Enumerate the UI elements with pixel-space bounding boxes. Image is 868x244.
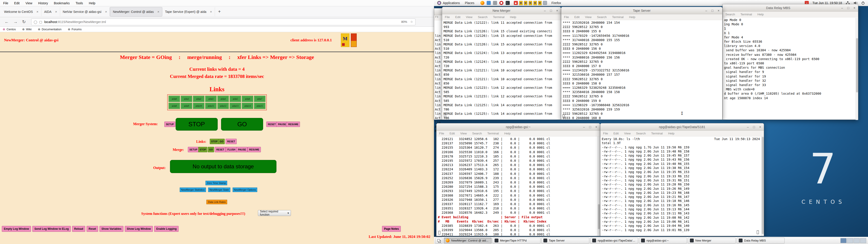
merge-flush-button[interactable]: FLUSH <box>226 147 237 152</box>
menu-item[interactable]: Search <box>472 132 482 135</box>
menu-item[interactable]: Help <box>504 132 510 135</box>
bookmark-item[interactable]: ⊕ Wiki <box>22 28 31 31</box>
merge-stop-button[interactable]: STOP <box>198 147 207 152</box>
browser-menu-item[interactable]: View <box>26 1 32 5</box>
menu-item[interactable]: Search <box>636 132 646 135</box>
menu-item[interactable]: Edit <box>575 16 580 19</box>
log-button[interactable]: Reload <box>72 226 85 232</box>
midas-launcher-icon-5[interactable]: M <box>538 1 541 5</box>
merge-reset-button[interactable]: RESET <box>215 147 226 152</box>
data-relay-titlebar[interactable]: Data Relay MBS – □ × <box>723 4 858 11</box>
back-icon[interactable]: ← <box>4 20 9 24</box>
close-icon[interactable]: × <box>759 125 761 129</box>
midas-launcher-icon-1[interactable]: M <box>519 1 523 5</box>
midas-launcher-icon-3[interactable]: M <box>529 1 532 5</box>
close-icon[interactable]: × <box>556 9 558 12</box>
log-button[interactable]: Send Log Window to ELog <box>32 226 71 232</box>
menu-item[interactable]: Help <box>510 16 516 19</box>
midas-launcher-icon-2[interactable]: M <box>524 1 527 5</box>
menu-item[interactable]: Help <box>757 13 764 16</box>
minimize-icon[interactable]: – <box>747 125 749 129</box>
tab-close-icon[interactable]: × <box>55 10 57 13</box>
tab-close-icon[interactable]: × <box>210 10 212 13</box>
menu-item[interactable]: Edit <box>614 132 619 135</box>
workspace-1[interactable] <box>840 238 846 243</box>
menu-item[interactable]: View <box>624 132 631 135</box>
minimize-icon[interactable]: – <box>706 9 707 12</box>
npg-home-titlebar[interactable]: npg@aidas-gsi:~ – □ × <box>436 123 600 130</box>
link-button[interactable]: aida14 <box>242 103 253 109</box>
bookmark-item[interactable]: ⊕ Centos <box>3 28 16 31</box>
browser-menu-item[interactable]: Help <box>89 1 95 5</box>
tape-server-titlebar[interactable]: Tape Server – □ × <box>561 7 722 14</box>
browser-menu-item[interactable]: History <box>38 1 48 5</box>
menu-item[interactable]: Terminal <box>493 16 504 19</box>
data-relay-content[interactable]: ap Mode 0ing Mode 01n 1fer Mode 4fer Blo… <box>723 18 858 120</box>
link-button[interactable]: aida13 <box>230 103 241 109</box>
links-go-button[interactable]: GO <box>218 139 225 144</box>
workspace-3[interactable] <box>854 238 860 243</box>
merge-go-button[interactable]: GO <box>208 147 214 152</box>
places-menu[interactable]: Places <box>465 1 474 5</box>
link-button[interactable]: aida7 <box>254 96 266 102</box>
menu-item[interactable]: Terminal <box>612 16 624 19</box>
page-notes-button[interactable]: Page Notes <box>382 226 401 232</box>
taskbar-window-button[interactable]: Merger/Tape HTTPd <box>493 238 540 244</box>
workspace-4[interactable] <box>860 238 866 243</box>
zoom-level-badge[interactable]: 80% <box>401 20 407 24</box>
merger-setup-button[interactable]: SETUP <box>164 122 176 127</box>
log-button[interactable]: Show Variables <box>99 226 123 232</box>
link-button[interactable]: aida15 <box>254 103 266 109</box>
npg-home-content[interactable]: 220121 3324852 12058.6 182 | 0.0 | 0.0 0… <box>436 136 600 236</box>
menu-item[interactable]: File <box>445 16 450 19</box>
new-merger-window[interactable]: New Merger – □ × FileEditViewSearchTermi… <box>442 7 561 120</box>
merge-pause-button[interactable]: PAUSE <box>237 147 248 152</box>
log-button[interactable]: Empty Log Window <box>2 226 31 232</box>
npg-tapedata-content[interactable]: Every 10.0s: ls -lth Tue Jun 11 19:50:13… <box>600 136 764 236</box>
merger-pause-button[interactable]: PAUSE <box>276 122 287 127</box>
bookmark-item[interactable]: ⊕ Forums <box>68 28 82 31</box>
window-list-icon[interactable] <box>435 238 442 244</box>
menu-item[interactable]: Search <box>597 16 607 19</box>
maximize-icon[interactable]: □ <box>711 9 713 12</box>
scrollbar-thumb[interactable] <box>856 38 858 92</box>
merger-reset-button[interactable]: RESET <box>266 122 277 127</box>
browser-tab[interactable]: AIDA × <box>41 7 60 16</box>
npg-tapedata-window[interactable]: npg@aidas-gsi:/TapeData/S181 – □ × FileE… <box>600 123 764 236</box>
menu-item[interactable]: Help <box>668 132 675 135</box>
links-reset-button[interactable]: RESET <box>225 139 237 144</box>
reload-icon[interactable]: ↻ <box>22 19 26 24</box>
minimize-icon[interactable]: – <box>583 125 585 129</box>
info-button[interactable]: NewMerger State <box>208 187 230 192</box>
menu-item[interactable]: Terminal <box>487 132 499 135</box>
menu-item[interactable]: Terminal <box>651 132 663 135</box>
page-info-icon[interactable]: ▢ <box>39 20 42 24</box>
power-icon[interactable] <box>861 1 865 5</box>
menu-item[interactable]: File <box>439 132 444 135</box>
npg-tapedata-titlebar[interactable]: npg@aidas-gsi:/TapeData/S181 – □ × <box>600 123 764 130</box>
close-icon[interactable]: × <box>854 6 855 10</box>
system-functions-select[interactable]: Select required function ▾ <box>258 210 291 216</box>
maximize-icon[interactable]: □ <box>589 125 591 129</box>
merge-setup-button[interactable]: SETUP <box>188 147 199 152</box>
menu-item[interactable]: View <box>460 132 467 135</box>
link-button[interactable]: aida4 <box>217 96 229 102</box>
forward-icon[interactable]: → <box>13 20 18 24</box>
maximize-icon[interactable]: □ <box>753 125 755 129</box>
zero-time-stamp-button[interactable]: Zero Time Stamp <box>206 181 227 185</box>
close-icon[interactable]: × <box>595 125 597 129</box>
merger-go-button[interactable]: GO <box>221 118 263 130</box>
scrollbar[interactable] <box>856 18 858 120</box>
output-status-button[interactable]: No output to data storage <box>170 160 276 173</box>
data-link-rates-button[interactable]: Data Link Rates <box>206 200 227 204</box>
data-relay-mbs-window[interactable]: Data Relay MBS – □ × SearchTerminalHelp … <box>722 4 858 120</box>
link-button[interactable]: aida9 <box>181 103 192 109</box>
scrollbar[interactable] <box>597 136 600 236</box>
workspace-2[interactable] <box>847 238 853 243</box>
scrollbar-thumb[interactable] <box>762 137 764 234</box>
firefox-launcher-icon[interactable] <box>480 1 485 5</box>
link-button[interactable]: aida2 <box>193 96 204 102</box>
bookmark-item[interactable]: ⊕ Documentation <box>38 28 61 31</box>
npg-home-window[interactable]: npg@aidas-gsi:~ – □ × FileEditViewSearch… <box>436 123 600 236</box>
log-button[interactable]: Show Log Window <box>125 226 153 232</box>
